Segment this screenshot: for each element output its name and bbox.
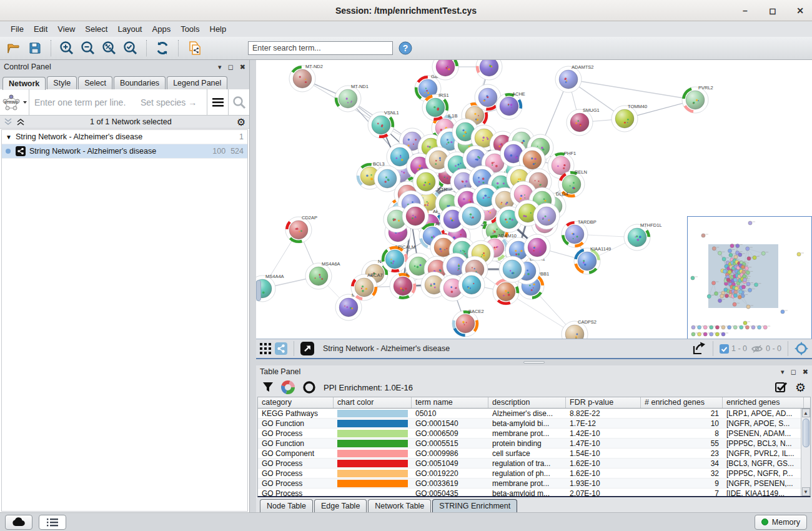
column-header--enriched-genes[interactable]: # enriched genes [641, 397, 723, 408]
protein-node-adamts2[interactable]: ADAMTS2 [555, 64, 593, 92]
share-view-icon[interactable] [275, 342, 287, 355]
protein-node[interactable] [413, 169, 439, 195]
detach-view-icon[interactable] [300, 342, 314, 355]
filter-icon[interactable] [262, 382, 274, 393]
cloud-tasks-button[interactable] [5, 515, 32, 530]
menu-item-help[interactable]: Help [205, 22, 231, 36]
table-row[interactable]: GO ProcessGO:0019220regulation of ph...1… [258, 469, 810, 479]
protein-node-kiaa1149[interactable]: KIAA1149 [574, 246, 611, 274]
tab-select[interactable]: Select [78, 76, 112, 89]
help-icon[interactable]: ? [397, 39, 414, 57]
scroll-down-arrow[interactable]: ▼ [802, 487, 810, 496]
string-options-icon[interactable] [207, 89, 228, 115]
protein-node[interactable] [458, 272, 485, 298]
protein-node[interactable] [458, 203, 485, 229]
search-input[interactable] [248, 41, 393, 55]
clone-network-icon[interactable] [186, 39, 203, 57]
task-history-button[interactable] [39, 515, 66, 530]
tab-network[interactable]: Network [2, 77, 46, 90]
protein-node-smug1[interactable]: SMUG1 [567, 107, 600, 136]
tab-edge-table[interactable]: Edge Table [314, 499, 367, 512]
string-logo[interactable]: STRING [0, 93, 29, 112]
protein-node-cd2ap[interactable]: CD2AP [285, 215, 317, 243]
protein-node[interactable] [524, 234, 550, 261]
menu-item-file[interactable]: File [6, 22, 28, 36]
menu-item-select[interactable]: Select [81, 22, 112, 36]
string-search-icon[interactable] [228, 89, 249, 115]
protein-node-tardbp[interactable]: TARDBP [562, 219, 597, 247]
export-network-icon[interactable] [691, 341, 706, 356]
memory-button[interactable]: Memory [755, 515, 807, 530]
zoom-in-icon[interactable] [58, 39, 76, 57]
expand-all-icon[interactable] [4, 118, 12, 126]
panel-menu-icon[interactable]: ▾ [218, 63, 222, 71]
scroll-up-arrow[interactable]: ▲ [802, 409, 810, 417]
minimize-button[interactable]: – [740, 6, 751, 16]
table-vertical-scrollbar[interactable]: ▲ ▼ [801, 409, 810, 496]
maximize-button[interactable]: ◻ [767, 6, 778, 16]
tab-boundaries[interactable]: Boundaries [114, 76, 166, 89]
column-header-term-name[interactable]: term name [412, 397, 488, 408]
navigator-icon[interactable] [795, 342, 808, 355]
close-button[interactable]: ✕ [795, 6, 806, 16]
column-header-chart-color[interactable]: chart color [334, 397, 412, 408]
refresh-icon[interactable] [154, 39, 171, 57]
column-header-enriched-genes[interactable]: enriched genes [723, 397, 804, 408]
protein-node[interactable] [476, 60, 502, 80]
horizontal-splitter[interactable] [256, 359, 812, 365]
collection-expand-icon[interactable]: ▼ [6, 134, 16, 141]
menu-item-tools[interactable]: Tools [176, 22, 204, 36]
table-settings-gear-icon[interactable]: ⚙ [795, 382, 806, 394]
column-header-description[interactable]: description [488, 397, 566, 408]
tab-string-enrichment[interactable]: STRING Enrichment [432, 499, 517, 512]
menu-item-edit[interactable]: Edit [29, 22, 52, 36]
table-row[interactable]: GO ProcessGO:0033619membrane prot...1.93… [258, 479, 810, 489]
splitter-handle[interactable] [523, 361, 545, 364]
table-row[interactable]: KEGG Pathways05010Alzheimer's dise...8.8… [258, 409, 810, 419]
string-query-input[interactable] [34, 97, 141, 107]
panel-menu-icon[interactable]: ▾ [781, 368, 785, 376]
tab-legend-panel[interactable]: Legend Panel [167, 76, 227, 89]
protein-node-cadps2[interactable]: CADPS2 [562, 319, 597, 339]
tab-node-table[interactable]: Node Table [260, 499, 313, 512]
menu-item-view[interactable]: View [53, 22, 79, 36]
table-row[interactable]: GO ComponentGO:0009986cell surface1.54E-… [258, 449, 810, 459]
zoom-out-icon[interactable] [79, 39, 97, 57]
panel-float-icon[interactable]: ◻ [228, 63, 234, 71]
table-row[interactable]: GO ProcessGO:0050435beta-amyloid m...2.0… [258, 489, 810, 496]
tab-style[interactable]: Style [47, 76, 77, 89]
protein-node[interactable] [533, 203, 560, 229]
table-row[interactable]: GO ProcessGO:0051049regulation of tra...… [258, 459, 810, 469]
vertical-splitter[interactable] [250, 60, 256, 512]
canvas-scrollbar-thumb[interactable] [256, 280, 261, 301]
panel-close-icon[interactable]: ✖ [240, 63, 245, 71]
network-canvas[interactable]: MT-ND2MT-ND1VSNL1GAB2ADAMTS2SMUG1TOMM40P… [256, 60, 812, 339]
grid-mode-icon[interactable] [260, 343, 271, 354]
protein-node[interactable] [493, 279, 519, 305]
network-collection-row[interactable]: ▼ String Network - Alzheimer's disease 1 [2, 130, 247, 144]
protein-node-ms4a6a[interactable]: MS4A6A [305, 261, 340, 289]
protein-node-pvrl2[interactable]: PVRL2 [682, 85, 713, 113]
protein-node[interactable] [402, 203, 428, 229]
panel-float-icon[interactable]: ◻ [791, 368, 796, 376]
protein-node[interactable] [499, 256, 525, 282]
birds-eye-view[interactable] [687, 216, 812, 339]
panel-close-icon[interactable]: ✖ [803, 368, 808, 376]
tab-network-table[interactable]: Network Table [368, 499, 431, 512]
ring-chart-icon[interactable] [302, 380, 316, 394]
open-session-icon[interactable] [5, 39, 22, 57]
network-options-gear-icon[interactable]: ⚙ [237, 116, 245, 128]
table-row[interactable]: GO FunctionGO:0001540beta-amyloid bi...1… [258, 419, 810, 429]
protein-node-tomm40[interactable]: TOMM40 [611, 104, 647, 132]
column-header-fdr-p-value[interactable]: FDR p-value [566, 397, 641, 408]
zoom-fit-icon[interactable] [101, 39, 118, 57]
scrollbar-thumb[interactable] [803, 419, 810, 447]
set-species-label[interactable]: Set species → [141, 97, 197, 107]
protein-node-mt-nd1[interactable]: MT-ND1 [335, 84, 369, 112]
menu-item-apps[interactable]: Apps [148, 22, 176, 36]
collapse-all-icon[interactable] [16, 118, 25, 126]
protein-node-mthfd1l[interactable]: MTHFD1L [624, 222, 662, 251]
enrichment-chart-icon[interactable] [281, 380, 295, 394]
select-rows-icon[interactable] [775, 381, 788, 394]
zoom-selected-icon[interactable] [122, 39, 139, 57]
